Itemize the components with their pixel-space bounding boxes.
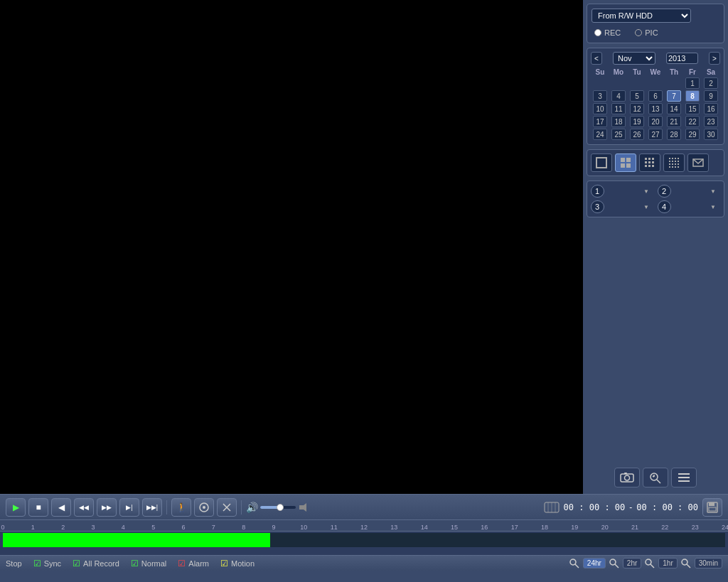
cal-day-cell[interactable]: 12 — [628, 102, 646, 115]
volume-icon: 🔊 — [246, 502, 258, 513]
cal-day-cell[interactable]: 11 — [609, 102, 628, 115]
volume-slider[interactable] — [260, 506, 296, 509]
prev-btn[interactable]: ◀ — [51, 498, 71, 517]
cal-day-cell[interactable]: 22 — [683, 115, 702, 128]
cal-day-cell[interactable]: 17 — [591, 115, 609, 128]
cal-next-btn[interactable]: > — [709, 52, 720, 65]
cal-day-cell[interactable]: 13 — [646, 102, 665, 115]
svg-rect-15 — [672, 158, 673, 159]
status-alarm: ☑ Alarm — [178, 559, 209, 568]
cal-day-cell[interactable]: 19 — [628, 115, 646, 128]
zoom-icon-3 — [644, 558, 655, 569]
cal-day-cell[interactable]: 15 — [683, 102, 702, 115]
ruler-mark: 5 — [151, 524, 155, 531]
cal-year-input[interactable] — [666, 53, 698, 64]
cal-day-cell[interactable]: 7 — [665, 90, 683, 102]
svg-rect-51 — [709, 502, 714, 506]
ch2-wrap: 1234 — [658, 185, 720, 198]
cal-month-select[interactable]: Nov — [613, 52, 655, 65]
ruler-mark: 22 — [661, 524, 668, 531]
svg-rect-3 — [621, 163, 625, 168]
stop-btn[interactable]: ■ — [28, 498, 48, 517]
cal-day-cell[interactable]: 16 — [702, 102, 720, 115]
ch2-select[interactable]: 1234 — [658, 185, 671, 198]
slow-rev-btn[interactable]: ◀◀ — [74, 498, 94, 517]
ch4-select[interactable]: 1234 — [658, 200, 671, 213]
svg-rect-21 — [678, 161, 679, 162]
play-btn[interactable]: ▶ — [6, 498, 26, 517]
svg-line-60 — [687, 564, 690, 568]
svg-rect-11 — [645, 165, 647, 167]
clip-btn[interactable] — [217, 498, 237, 517]
cal-day-cell[interactable]: 29 — [683, 128, 702, 141]
view-btn-single[interactable] — [591, 153, 612, 172]
calendar-box: < Nov > SuMoTuWeThFrSa 12345678910111213… — [587, 48, 724, 145]
snapshot-icon — [199, 502, 209, 512]
svg-rect-20 — [675, 161, 676, 162]
search-action-btn[interactable] — [643, 468, 668, 487]
view-btn-quad[interactable] — [615, 153, 636, 172]
fast-fwd-btn[interactable]: ▶▶| — [142, 498, 162, 517]
view-btn-email[interactable] — [687, 153, 709, 172]
cal-day-cell[interactable]: 23 — [702, 115, 720, 128]
cal-day-cell[interactable]: 20 — [646, 115, 665, 128]
person-detect-btn[interactable]: 🚶 — [171, 498, 191, 517]
cal-day-cell[interactable]: 28 — [665, 128, 683, 141]
cal-day-cell[interactable]: 14 — [665, 102, 683, 115]
motion-check-icon: ☑ — [220, 559, 228, 568]
cal-day-cell[interactable]: 10 — [591, 102, 609, 115]
ch1-wrap: 1234 — [591, 185, 653, 198]
pic-radio-label[interactable]: PIC — [635, 28, 658, 37]
source-dropdown: From R/W HDD — [592, 9, 719, 23]
ch1-select[interactable]: 1234 — [591, 185, 604, 198]
time-separator: - — [629, 502, 632, 512]
save-btn[interactable] — [702, 498, 722, 517]
ruler-mark: 6 — [181, 524, 185, 531]
cal-day-cell[interactable]: 4 — [609, 90, 628, 102]
svg-rect-23 — [672, 163, 673, 165]
calendar-grid: SuMoTuWeThFrSa 1234567891011121314151617… — [591, 68, 720, 141]
sync-check-icon: ☑ — [33, 559, 41, 568]
slow-fwd-btn[interactable]: ▶▶ — [97, 498, 117, 517]
svg-rect-28 — [675, 166, 676, 168]
source-select[interactable]: From R/W HDD — [592, 9, 691, 23]
view-btn-sixteen[interactable] — [663, 153, 685, 172]
cal-day-cell[interactable]: 8 — [683, 90, 702, 102]
list-action-btn[interactable] — [671, 468, 697, 487]
snapshot-action-btn[interactable] — [614, 468, 640, 487]
rec-radio-label[interactable]: REC — [594, 28, 621, 37]
ruler-mark: 23 — [692, 524, 699, 531]
next-btn[interactable]: ▶| — [119, 498, 139, 517]
cal-day-cell[interactable]: 21 — [665, 115, 683, 128]
svg-point-42 — [203, 506, 205, 509]
svg-rect-7 — [652, 158, 654, 160]
cal-day-cell[interactable]: 2 — [702, 77, 720, 90]
channel-row-1: 1234 1234 — [591, 185, 720, 198]
cal-day-cell[interactable]: 6 — [646, 90, 665, 102]
timeline-ruler: 0123456789101112131415161718192021222324 — [0, 520, 728, 532]
zoom-30min-btn[interactable]: 30min — [695, 558, 722, 568]
cal-day-cell[interactable]: 25 — [609, 128, 628, 141]
view-btn-nine[interactable] — [639, 153, 660, 172]
cal-day-cell[interactable]: 24 — [591, 128, 609, 141]
cal-day-cell[interactable]: 27 — [646, 128, 665, 141]
snapshot-btn[interactable] — [194, 498, 214, 517]
ruler-mark: 7 — [212, 524, 215, 531]
cal-day-cell[interactable]: 1 — [683, 77, 702, 90]
cal-day-cell[interactable]: 26 — [628, 128, 646, 141]
cal-weekday: Su — [591, 68, 609, 77]
cal-day-cell — [665, 77, 683, 90]
zoom-2hr-btn[interactable]: 2hr — [623, 558, 641, 568]
cal-day-cell[interactable]: 30 — [702, 128, 720, 141]
alarm-check-icon: ☑ — [178, 559, 186, 568]
ch3-select[interactable]: 1234 — [591, 200, 604, 213]
cal-day-cell[interactable]: 5 — [628, 90, 646, 102]
cal-day-cell[interactable]: 18 — [609, 115, 628, 128]
cal-day-cell[interactable]: 3 — [591, 90, 609, 102]
cal-prev-btn[interactable]: < — [591, 52, 602, 65]
zoom-24hr-btn[interactable]: 24hr — [583, 558, 606, 568]
zoom-1hr-btn[interactable]: 1hr — [658, 558, 677, 568]
cal-day-cell[interactable]: 9 — [702, 90, 720, 102]
svg-rect-24 — [675, 163, 676, 165]
timeline-track[interactable] — [3, 533, 725, 547]
